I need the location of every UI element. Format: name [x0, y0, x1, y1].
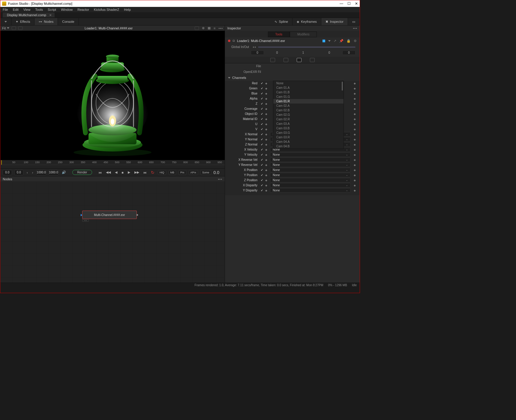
keyframe-diamond-icon[interactable]: ◆ [264, 169, 268, 172]
keyframe-diamond-icon[interactable]: ◆ [264, 138, 268, 141]
dropdown-item[interactable]: Cam 02.A [273, 104, 344, 108]
dropdown-item[interactable]: Cam 03.R [273, 135, 344, 140]
keyframe-diamond-icon[interactable]: ◆ [352, 97, 357, 100]
toolbar-console[interactable]: Console [58, 18, 79, 25]
keyframe-diamond-icon[interactable]: ◆ [352, 143, 357, 146]
dropdown-item[interactable]: Cam 01.R [273, 99, 344, 104]
hiq-toggle[interactable]: HiQ [158, 170, 166, 175]
channel-enable-checkbox[interactable]: ✓ [260, 173, 264, 177]
tool-active-dot[interactable] [228, 40, 230, 42]
subtab-trim[interactable] [284, 58, 288, 62]
menu-tools[interactable]: Tools [35, 8, 43, 11]
channel-enable-checkbox[interactable]: ✓ [260, 184, 264, 187]
channel-select[interactable]: None⌄ [270, 158, 351, 162]
keyframe-diamond-icon[interactable]: ◆ [352, 148, 357, 151]
keyframe-diamond-icon[interactable]: ◆ [352, 87, 357, 90]
play-back-icon[interactable]: ◀ [114, 170, 118, 174]
keyframe-diamond-icon[interactable]: ◆ [264, 174, 268, 177]
keyframe-diamond-icon[interactable]: ◆ [352, 179, 357, 182]
inspector-more-icon[interactable]: ••• [353, 26, 357, 30]
dropdown-item[interactable]: Cam 01.B [273, 90, 344, 94]
keyframe-diamond-icon[interactable]: ◆ [352, 169, 357, 172]
keyframe-diamond-icon[interactable]: ◆ [264, 92, 268, 95]
timeline-range-slider[interactable] [0, 165, 225, 168]
keyframe-diamond-icon[interactable]: ◆ [264, 179, 268, 182]
viewer-canvas[interactable] [0, 31, 225, 160]
mb-toggle[interactable]: MB [169, 170, 176, 175]
some-toggle[interactable]: Some [200, 170, 211, 175]
keyframe-diamond-icon[interactable]: ◆ [352, 164, 357, 166]
close-icon[interactable]: ✕ [355, 2, 358, 6]
keyframe-diamond-icon[interactable]: ◆ [352, 128, 357, 131]
toolbar-dropdown[interactable] [0, 18, 11, 25]
channel-enable-checkbox[interactable]: ✓ [260, 138, 264, 141]
dropdown-item[interactable]: Cam 02.R [273, 117, 344, 122]
channel-enable-checkbox[interactable]: ✓ [260, 87, 264, 90]
keyframe-diamond-icon[interactable]: ◆ [352, 158, 357, 161]
toolbar-inspector[interactable]: ✖Inspector [321, 18, 348, 25]
keyframe-diamond-icon[interactable]: ◆ [352, 102, 357, 105]
channel-enable-checkbox[interactable]: ✓ [260, 148, 264, 151]
global-start[interactable]: 0.0 [3, 170, 12, 175]
settings-icon[interactable]: ⚙ [354, 39, 357, 43]
channel-enable-checkbox[interactable]: ✓ [260, 122, 264, 126]
tab-tools[interactable]: Tools [268, 32, 290, 37]
menu-kickass[interactable]: KickAss ShaderZ [94, 8, 119, 11]
toolbar-nodes[interactable]: ⊶Nodes [34, 18, 58, 25]
channel-select[interactable]: None⌄ [270, 168, 351, 172]
keyframe-diamond-icon[interactable]: ◆ [352, 112, 357, 116]
global-range-slider[interactable] [258, 46, 356, 48]
channel-enable-checkbox[interactable]: ✓ [260, 143, 264, 146]
loader-node[interactable]: Multi-Channel.####.exr [82, 211, 137, 219]
viewer-more-icon[interactable]: ••• [218, 26, 223, 30]
versions-icon[interactable]: ↗ [334, 39, 336, 43]
subtab-common[interactable] [310, 58, 315, 62]
play-fwd-icon[interactable]: ▶ [127, 170, 131, 174]
channel-enable-checkbox[interactable]: ✓ [260, 158, 264, 161]
nodes-more-icon[interactable]: ••• [218, 177, 222, 181]
go-end-icon[interactable]: ⏭ [142, 171, 148, 174]
keyframe-diamond-icon[interactable]: ◆ [264, 133, 268, 136]
toolbar-keyframes[interactable]: ◈Keyframes [292, 18, 321, 25]
keyframe-diamond-icon[interactable]: ◆ [264, 148, 268, 151]
maximize-icon[interactable]: ☐ [347, 2, 351, 6]
channel-enable-checkbox[interactable]: ✓ [260, 102, 264, 105]
tool-view-dot[interactable] [233, 40, 235, 42]
toolbar-effects[interactable]: ✦Effects [11, 18, 34, 25]
viewer-opt-1[interactable] [195, 26, 199, 30]
viewer-list-icon[interactable]: ≡ [214, 26, 215, 30]
step-back-icon[interactable]: ◀◀ [105, 170, 112, 174]
chevron-down-icon[interactable] [328, 40, 331, 42]
file-tab[interactable]: Display Multichannel.comp ✕ [3, 13, 55, 17]
keyframe-diamond-icon[interactable]: ◆ [352, 133, 357, 136]
dropdown-item[interactable]: Cam 01.G [273, 94, 344, 99]
menu-help[interactable]: Help [124, 8, 131, 11]
channel-select[interactable]: None⌄ [270, 188, 351, 193]
keyframe-diamond-icon[interactable]: ◆ [352, 123, 357, 126]
channel-select[interactable]: None⌄ [270, 173, 351, 177]
audio-icon[interactable]: 🔊 [61, 170, 67, 174]
channel-enable-checkbox[interactable]: ✓ [260, 112, 264, 116]
keyframe-diamond-icon[interactable]: ◆ [264, 112, 268, 116]
channel-enable-checkbox[interactable]: ✓ [260, 189, 264, 192]
node-view-indicators[interactable] [82, 219, 89, 222]
toolbar-monitor[interactable]: ▭ [348, 18, 360, 25]
dropdown-item[interactable]: Cam 03.G [273, 130, 344, 135]
keyframe-diamond-icon[interactable]: ◆ [264, 97, 268, 100]
channel-enable-checkbox[interactable]: ✓ [260, 82, 264, 85]
dropdown-item[interactable]: Cam 02.G [273, 112, 344, 117]
keyframe-diamond-icon[interactable]: ◆ [264, 189, 268, 192]
keyframe-diamond-icon[interactable]: ◆ [264, 87, 268, 90]
menu-view[interactable]: View [23, 8, 31, 11]
nodes-panel[interactable]: Multi-Channel.####.exr [0, 182, 225, 283]
channel-select[interactable]: None⌄ [270, 163, 351, 167]
viewer-fit-menu[interactable]: Fit [2, 26, 9, 30]
render-start[interactable]: 1000.0 [36, 170, 46, 175]
render-button[interactable]: Render [72, 170, 92, 175]
keyframe-diamond-icon[interactable]: ◆ [352, 82, 357, 85]
step-fwd-icon[interactable]: ▶▶ [134, 170, 140, 174]
dropdown-item[interactable]: Cam 03.B [273, 126, 344, 130]
dropdown-item[interactable]: Cam 01.A [273, 86, 344, 90]
prx-toggle[interactable]: Prx [178, 170, 186, 175]
channel-enable-checkbox[interactable]: ✓ [260, 92, 264, 95]
